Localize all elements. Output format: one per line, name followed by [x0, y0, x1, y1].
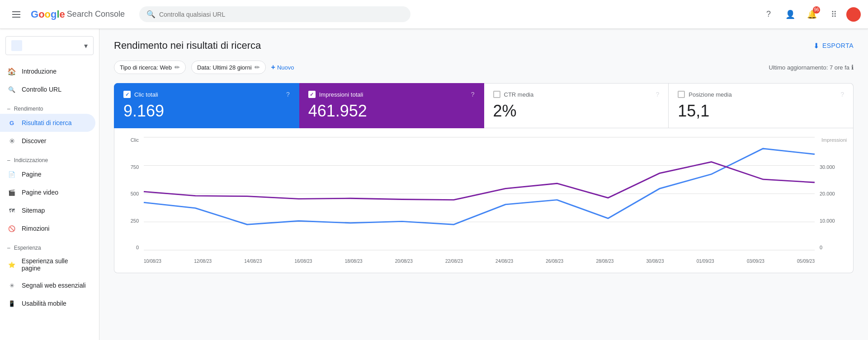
sidebar-item-label: Pagine video [22, 189, 58, 196]
help-icon-posizione[interactable]: ? [840, 91, 844, 98]
chart-svg [144, 137, 815, 250]
metric-header: Clic totali ? [123, 91, 290, 98]
metric-ctr-media[interactable]: CTR media ? 2% [484, 83, 669, 128]
app-title: Search Console [67, 9, 125, 19]
y-value-left-250: 250 [131, 218, 139, 224]
metric-value-impressioni: 461.952 [308, 102, 475, 121]
google-wordmark: Google [31, 9, 65, 20]
new-filter-button[interactable]: + Nuovo [271, 63, 294, 71]
y-axis-left: Clic 750 500 250 0 [123, 137, 142, 250]
sidebar-item-pagine-video[interactable]: 🎬 Pagine video [0, 183, 95, 201]
notification-button[interactable]: 🔔 96 [803, 5, 821, 23]
search-url-icon: 🔍 [7, 85, 16, 94]
last-update-text: Ultimo aggiornamento: 7 ore fa [769, 64, 849, 71]
sidebar-item-usabilita-mobile[interactable]: 📱 Usabilità mobile [0, 294, 95, 312]
discover-icon: ✳ [7, 136, 16, 145]
x-label-8: 24/08/23 [495, 259, 513, 264]
section-label: Rendimento [14, 106, 43, 112]
sidebar-item-introduzione[interactable]: 🏠 Introduzione [0, 62, 95, 80]
topbar-left: Google Search Console [7, 5, 125, 23]
edit-icon: ✏ [175, 64, 180, 71]
y-label-left-top: Clic [131, 137, 139, 143]
google-g-icon: G [7, 118, 16, 127]
core-web-icon: ✳ [7, 281, 16, 290]
sidebar-item-rimozioni[interactable]: 🚫 Rimozioni [0, 219, 95, 238]
sidebar-item-label: Esperienza sulle pagine [22, 257, 88, 272]
search-type-filter[interactable]: Tipo di ricerca: Web ✏ [114, 61, 186, 74]
x-label-2: 12/08/23 [194, 259, 212, 264]
x-label-12: 01/09/23 [697, 259, 714, 264]
main-layout: ▾ 🏠 Introduzione 🔍 Controllo URL Rendime… [0, 29, 868, 340]
y-value-right-10000: 10.000 [820, 218, 835, 224]
video-pages-icon: 🎬 [7, 188, 16, 197]
metric-checkbox-posizione[interactable] [678, 91, 685, 98]
page-title: Rendimento nei risultati di ricerca [114, 40, 261, 51]
last-update-info: Ultimo aggiornamento: 7 ore fa ℹ [769, 64, 854, 71]
metric-checkbox-impressioni[interactable] [308, 91, 316, 98]
date-filter[interactable]: Data: Ultimi 28 giorni ✏ [191, 61, 266, 74]
x-label-1: 10/08/23 [144, 259, 161, 264]
sidebar-item-sitemap[interactable]: 🗺 Sitemap [0, 201, 95, 219]
google-logo[interactable]: Google Search Console [31, 9, 125, 20]
sidebar-item-risultati-ricerca[interactable]: G Risultati di ricerca [0, 114, 95, 132]
sidebar-item-segnali-web[interactable]: ✳ Segnali web essenziali [0, 276, 95, 294]
search-bar[interactable]: 🔍 [139, 6, 410, 22]
home-icon: 🏠 [7, 67, 16, 76]
metrics-row: Clic totali ? 9.169 Impressioni totali ?… [114, 83, 854, 128]
sidebar-item-pagine[interactable]: 📄 Pagine [0, 165, 95, 183]
chevron-down-icon: ▾ [84, 42, 88, 50]
export-button[interactable]: ⬇ ESPORTA [813, 42, 854, 50]
metric-checkbox-ctr[interactable] [493, 91, 500, 98]
sidebar-item-label: Pagine [22, 171, 42, 178]
topbar-right: ? 👤 🔔 96 ⠿ [760, 5, 861, 23]
sidebar-item-esperienza-pagine[interactable]: ⭐ Esperienza sulle pagine [0, 253, 95, 276]
metric-impressioni-totali[interactable]: Impressioni totali ? 461.952 [299, 83, 484, 128]
help-button[interactable]: ? [760, 5, 778, 23]
purple-line-impressioni [144, 162, 815, 200]
section-label: Indicizzazione [14, 157, 48, 163]
metric-value-posizione: 15,1 [678, 102, 844, 121]
sitemap-icon: 🗺 [7, 206, 16, 215]
metric-posizione-media[interactable]: Posizione media ? 15,1 [669, 83, 854, 128]
apps-button[interactable]: ⠿ [825, 5, 843, 23]
y-value-left-500: 500 [131, 191, 139, 196]
sidebar-item-discover[interactable]: ✳ Discover [0, 132, 95, 150]
metric-checkbox-clic[interactable] [123, 91, 131, 98]
y-axis-right: Impressioni 30.000 20.000 10.000 0 [817, 137, 844, 250]
filter-label: Data: Ultimi 28 giorni [197, 64, 252, 71]
page-header: Rendimento nei risultati di ricerca ⬇ ES… [114, 40, 854, 51]
people-button[interactable]: 👤 [781, 5, 799, 23]
apps-icon: ⠿ [831, 9, 837, 19]
help-icon-ctr[interactable]: ? [656, 91, 659, 98]
topbar: Google Search Console 🔍 ? 👤 🔔 96 ⠿ [0, 0, 868, 29]
sidebar-item-controllo-url[interactable]: 🔍 Controllo URL [0, 80, 95, 98]
y-value-right-20000: 20.000 [820, 191, 835, 196]
help-icon-clic[interactable]: ? [286, 91, 290, 98]
x-label-14: 05/09/23 [797, 259, 815, 264]
sidebar: ▾ 🏠 Introduzione 🔍 Controllo URL Rendime… [0, 29, 99, 340]
hamburger-menu[interactable] [7, 5, 25, 23]
metric-clic-totali[interactable]: Clic totali ? 9.169 [114, 83, 299, 128]
metric-label-posizione: Posizione media [689, 91, 731, 98]
metric-label-clic: Clic totali [134, 91, 158, 98]
removals-icon: 🚫 [7, 224, 16, 233]
notification-badge: 96 [813, 6, 820, 14]
x-label-13: 03/09/23 [747, 259, 764, 264]
y-value-right-0: 0 [820, 245, 822, 250]
search-input[interactable] [159, 11, 403, 18]
sidebar-item-label: Segnali web essenziali [22, 282, 86, 289]
filter-row: Tipo di ricerca: Web ✏ Data: Ultimi 28 g… [114, 61, 854, 74]
x-label-6: 20/08/23 [395, 259, 413, 264]
x-label-10: 28/08/23 [596, 259, 613, 264]
metric-label-ctr: CTR media [504, 91, 534, 98]
main-content: Rendimento nei risultati di ricerca ⬇ ES… [99, 29, 868, 340]
user-avatar[interactable] [846, 7, 861, 22]
chart-wrap: Clic 750 500 250 0 Impressioni 30.000 20… [123, 137, 844, 264]
sidebar-item-label: Sitemap [22, 207, 45, 214]
property-icon [11, 40, 22, 51]
sidebar-item-label: Introduzione [22, 68, 57, 75]
help-icon: ? [766, 9, 771, 19]
y-label-right-top: Impressioni [821, 137, 847, 143]
help-icon-impressioni[interactable]: ? [471, 91, 475, 98]
property-selector[interactable]: ▾ [5, 36, 94, 55]
